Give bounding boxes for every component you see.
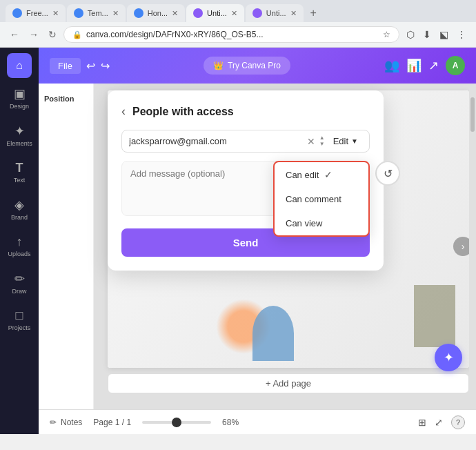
dialog-back-button[interactable]: ‹ [121,104,126,119]
notes-button[interactable]: ✏ Notes [50,418,82,427]
tab-4[interactable]: Unti... ✕ [186,4,244,22]
navigation-bar: ← → ↻ 🔒 canva.com/design/DAFrNX0-xRY/86Q… [0,22,476,47]
more-button[interactable]: ⋮ [454,26,469,43]
can-edit-label: Can edit [286,170,319,180]
share-dialog: ‹ People with access ✕ ▲ ▼ Edit ▼ [108,90,384,271]
help-button[interactable]: ? [451,415,465,429]
sidebar-item-brand[interactable]: ◈ Brand [2,192,37,226]
tab-favicon-4 [193,8,203,18]
sidebar-item-text[interactable]: T Text [2,155,37,189]
permission-option-can-comment[interactable]: Can comment [275,187,368,211]
sidebar-home-button[interactable]: ⌂ [7,53,32,78]
vertical-scroll-thumb[interactable] [470,97,475,132]
tab-close-3[interactable]: ✕ [172,9,178,18]
redo-button[interactable]: ↪ [101,59,110,72]
refresh-icon-button[interactable]: ↺ [375,161,400,186]
tab-close-2[interactable]: ✕ [112,9,119,18]
panel-title: Position [44,95,74,103]
email-input[interactable] [129,136,303,146]
toolbar-left: File ↩ ↪ [50,58,110,74]
fab-button[interactable]: ✦ [435,344,462,371]
back-button[interactable]: ← [7,26,22,43]
zoom-slider[interactable] [142,421,211,424]
add-page-bar: + Add page [108,371,469,395]
app-toolbar: File ↩ ↪ 👑 Try Canva Pro 👥 📊 ↗ A [39,48,476,84]
try-pro-button[interactable]: 👑 Try Canva Pro [204,57,290,75]
canvas-decor-blue [252,306,294,361]
tab-3[interactable]: Hon... ✕ [127,4,185,22]
draw-icon: ✏ [14,271,25,286]
sidebar-item-design[interactable]: ▣ Design [2,81,37,115]
sidebar-label-draw: Draw [12,288,26,295]
message-area: Can edit ✓ Can comment Can view ↺ [121,161,370,219]
notes-label: Notes [61,418,82,427]
file-menu[interactable]: File [50,58,81,74]
email-input-row: ✕ ▲ ▼ Edit ▼ [121,130,370,153]
tab-2[interactable]: Tem... ✕ [67,4,126,22]
sidebar-label-projects: Projects [8,324,31,331]
sidebar: ⌂ ▣ Design ✦ Elements T Text ◈ Brand ↑ U… [0,48,39,434]
zoom-thumb[interactable] [172,418,181,427]
permission-option-can-view[interactable]: Can view [275,211,368,235]
permission-option-can-edit[interactable]: Can edit ✓ [275,162,368,187]
tab-label-2: Tem... [88,9,108,17]
lock-icon: 🔒 [72,30,82,39]
address-bar[interactable]: 🔒 canva.com/design/DAFrNX0-xRY/86Q_OS-B5… [63,26,399,43]
clear-email-button[interactable]: ✕ [307,136,315,147]
user-avatar[interactable]: A [446,56,465,75]
sidebar-item-uploads[interactable]: ↑ Uploads [2,229,37,263]
tab-favicon-1 [12,8,22,18]
tab-5[interactable]: Unti... ✕ [246,4,304,22]
tab-favicon-2 [74,8,83,18]
main-content: File ↩ ↪ 👑 Try Canva Pro 👥 📊 ↗ A Posit [39,48,476,434]
uploads-icon: ↑ [17,235,23,249]
canvas-area: Position ‹ People with access [39,84,476,409]
crown-icon: 👑 [213,61,224,70]
bottom-bar: ✏ Notes Page 1 / 1 68% ⊞ ⤢ ? [39,409,476,434]
page-info: Page 1 / 1 [93,418,131,427]
permission-dropdown: Can edit ✓ Can comment Can view [273,161,370,237]
profile-button[interactable]: ⬕ [437,26,451,43]
design-icon: ▣ [14,86,26,101]
tab-label-5: Unti... [266,9,286,17]
vertical-scrollbar[interactable] [469,84,476,409]
download-button[interactable]: ⬇ [420,26,434,43]
sidebar-item-elements[interactable]: ✦ Elements [2,118,37,153]
sidebar-item-draw[interactable]: ✏ Draw [2,266,37,300]
add-page-button[interactable]: + Add page [108,373,469,393]
check-icon: ✓ [324,169,333,180]
sidebar-label-uploads: Uploads [8,251,30,257]
canvas-decor-board [414,285,455,347]
tab-close-1[interactable]: ✕ [52,9,59,18]
sidebar-label-text: Text [14,177,26,184]
toolbar-right: 👥 📊 ↗ A [384,56,465,75]
tab-close-5[interactable]: ✕ [290,9,297,18]
grid-view-icon[interactable]: ⊞ [418,417,426,428]
share-people-button[interactable]: 👥 [384,58,399,73]
forward-button[interactable]: → [26,26,41,43]
arrows-button[interactable]: ▲ ▼ [319,135,325,147]
nav-actions: ⬡ ⬇ ⬕ ⋮ [404,26,469,43]
analytics-button[interactable]: 📊 [406,58,422,73]
tab-label-3: Hon... [148,9,168,17]
text-icon: T [16,161,23,175]
browser-chrome: Free... ✕ Tem... ✕ Hon... ✕ Unti... ✕ Un… [0,0,476,48]
edit-dropdown[interactable]: Edit ▼ [329,135,362,148]
dialog-header: ‹ People with access [121,104,370,119]
elements-icon: ✦ [14,124,25,139]
refresh-button[interactable]: ↻ [46,26,59,43]
tab-close-4[interactable]: ✕ [231,9,237,18]
sidebar-label-design: Design [10,103,29,110]
new-tab-button[interactable]: + [305,4,322,22]
can-view-label: Can view [286,218,322,228]
expand-icon[interactable]: ⤢ [435,417,443,428]
extensions-button[interactable]: ⬡ [404,26,417,43]
undo-button[interactable]: ↩ [86,59,95,72]
zoom-level: 68% [222,418,239,427]
share-button[interactable]: ↗ [428,58,439,73]
sidebar-label-elements: Elements [6,140,32,147]
can-comment-label: Can comment [286,194,341,204]
sidebar-item-projects[interactable]: □ Projects [2,303,37,337]
dropdown-caret-icon: ▼ [351,137,358,145]
tab-1[interactable]: Free... ✕ [6,4,66,22]
